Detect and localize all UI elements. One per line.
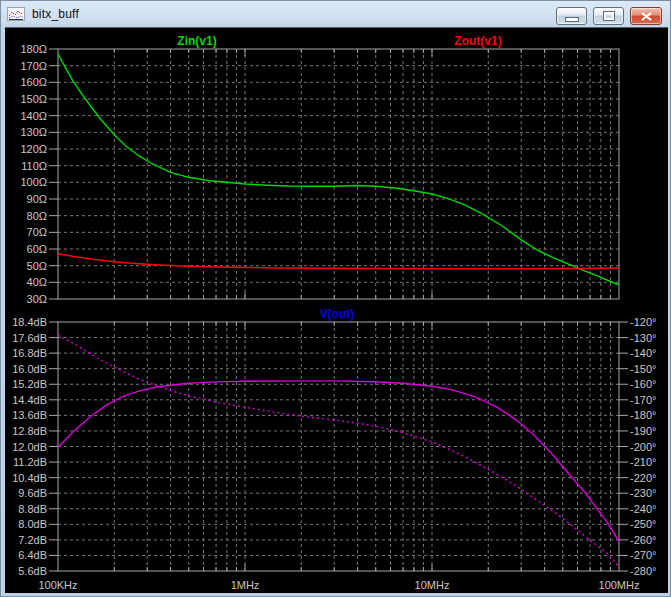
y-axis-label-right: -250° (630, 518, 656, 530)
ltspice-waveform-window: bitx_buff 180Ω170Ω160Ω150Ω140Ω130Ω120Ω11… (0, 0, 671, 597)
y-axis-label-left: 11.2dB (13, 456, 47, 468)
maximize-button[interactable] (593, 7, 624, 25)
y-axis-label-left: 12.8dB (12, 425, 47, 437)
y-axis-label-left: 140Ω (20, 110, 47, 122)
y-axis-label-right: -190° (630, 425, 656, 437)
y-axis-label-left: 15.2dB (12, 378, 47, 390)
y-axis-label-right: -220° (630, 472, 656, 484)
y-axis-label-left: 7.2dB (18, 534, 47, 546)
y-axis-label-right: -160° (630, 378, 656, 390)
y-axis-label-left: 14.4dB (12, 394, 47, 406)
window-title: bitx_buff (32, 7, 79, 21)
x-axis-label: 100KHz (38, 579, 77, 591)
title-bar[interactable]: bitx_buff (1, 1, 670, 27)
y-axis-label-left: 130Ω (20, 126, 47, 138)
y-axis-label-right: -140° (630, 347, 656, 359)
y-axis-label-left: 17.6dB (12, 332, 47, 344)
x-axis-label: 1MHz (231, 579, 260, 591)
y-axis-label-left: 120Ω (20, 143, 47, 155)
y-axis-label-left: 12.0dB (12, 441, 47, 453)
y-axis-label-left: 170Ω (20, 60, 47, 72)
y-axis-label-right: -200° (630, 441, 656, 453)
maximize-icon (604, 12, 614, 20)
plot-client-area[interactable]: 180Ω170Ω160Ω150Ω140Ω130Ω120Ω110Ω100Ω90Ω8… (5, 27, 668, 593)
y-axis-label-left: 100Ω (20, 176, 47, 188)
y-axis-label-right: -120° (630, 316, 656, 328)
y-axis-label-left: 60Ω (27, 243, 47, 255)
y-axis-label-left: 110Ω (21, 160, 47, 172)
y-axis-label-left: 9.6dB (18, 487, 47, 499)
y-axis-label-left: 90Ω (27, 193, 47, 205)
y-axis-label-left: 70Ω (27, 226, 47, 238)
y-axis-label-right: -210° (630, 456, 656, 468)
x-axis-label: 100MHz (599, 579, 640, 591)
y-axis-label-left: 16.8dB (12, 347, 47, 359)
y-axis-label-right: -150° (630, 363, 656, 375)
y-axis-label-left: 160Ω (20, 76, 47, 88)
y-axis-label-left: 16.0dB (12, 363, 47, 375)
y-axis-label-left: 5.6dB (18, 565, 47, 577)
legend-v-out-[interactable]: V(out) (320, 307, 355, 321)
legend-zout-v1-[interactable]: Zout(v1) (454, 34, 501, 48)
y-axis-label-left: 80Ω (27, 210, 47, 222)
y-axis-label-left: 6.4dB (18, 549, 47, 561)
y-axis-label-right: -270° (630, 549, 656, 561)
waveform-app-icon (7, 6, 27, 22)
y-axis-label-left: 18.4dB (12, 316, 47, 328)
y-axis-label-right: -280° (630, 565, 656, 577)
y-axis-label-right: -130° (630, 332, 656, 344)
y-axis-label-left: 8.8dB (18, 503, 47, 515)
y-axis-label-right: -230° (630, 487, 656, 499)
waveform-plot[interactable]: 180Ω170Ω160Ω150Ω140Ω130Ω120Ω110Ω100Ω90Ω8… (5, 28, 668, 593)
y-axis-label-left: 150Ω (20, 93, 47, 105)
y-axis-label-right: -170° (630, 394, 656, 406)
y-axis-label-right: -180° (630, 409, 656, 421)
y-axis-label-left: 8.0dB (18, 518, 47, 530)
y-axis-label-right: -260° (630, 534, 656, 546)
y-axis-label-left: 50Ω (27, 260, 47, 272)
y-axis-label-left: 30Ω (27, 293, 47, 305)
window-controls (556, 7, 662, 25)
y-axis-label-left: 13.6dB (12, 409, 47, 421)
x-axis-label: 10MHz (415, 579, 450, 591)
y-axis-label-left: 40Ω (27, 276, 47, 288)
minimize-button[interactable] (556, 7, 587, 25)
minimize-icon (565, 17, 579, 22)
close-icon (641, 12, 652, 21)
legend-zin-v1-[interactable]: Zin(v1) (177, 34, 216, 48)
y-axis-label-right: -240° (630, 503, 656, 515)
y-axis-label-left: 180Ω (20, 43, 47, 55)
close-button[interactable] (630, 7, 662, 25)
y-axis-label-left: 10.4dB (12, 472, 47, 484)
